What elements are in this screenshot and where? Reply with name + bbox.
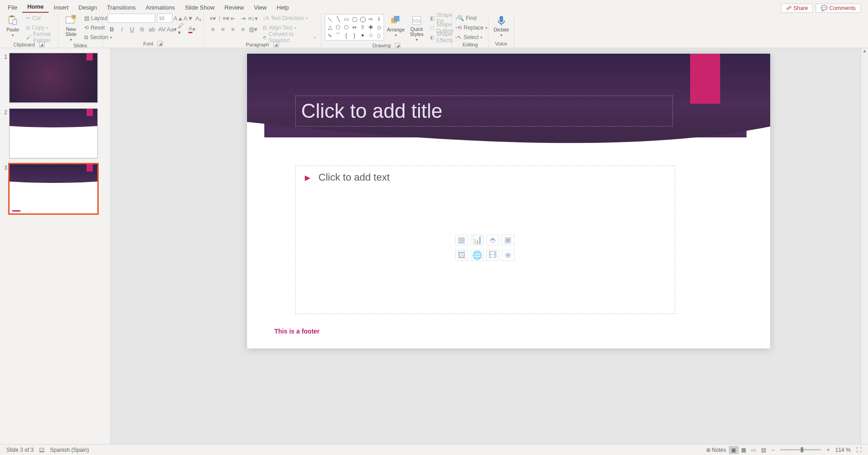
columns-button[interactable]: ▥▾ xyxy=(249,25,257,33)
shape-rect-icon[interactable]: ▭ xyxy=(343,15,350,23)
tab-review[interactable]: Review xyxy=(220,2,249,13)
tab-slideshow[interactable]: Slide Show xyxy=(180,2,219,13)
justify-button[interactable]: ≡ xyxy=(239,25,247,33)
insert-3d-icon[interactable]: ▣ xyxy=(502,234,515,245)
status-slide-number[interactable]: Slide 3 of 3 xyxy=(4,447,36,453)
convert-smartart-button[interactable]: ⬘Convert to SmartArt▾ xyxy=(261,33,317,41)
status-spellcheck[interactable]: 🕮 xyxy=(36,447,47,453)
zoom-level[interactable]: 114 % xyxy=(833,447,853,453)
increase-indent-button[interactable]: ⇥ xyxy=(239,14,247,22)
slideshow-view-button[interactable]: ▤ xyxy=(759,446,769,454)
highlight-button[interactable]: 🖊▾ xyxy=(178,25,186,33)
shape-line2-icon[interactable]: ╲ xyxy=(334,15,342,23)
shape-lrarrow-icon[interactable]: ⇔ xyxy=(351,24,358,31)
tab-animations[interactable]: Animations xyxy=(141,2,180,13)
shape-callout-icon[interactable]: ⬯ xyxy=(375,32,383,39)
find-button[interactable]: 🔍Find xyxy=(456,14,489,22)
slide-thumbnail-1[interactable] xyxy=(9,53,98,103)
status-language[interactable]: Spanish (Spain) xyxy=(47,447,91,453)
strike-button[interactable]: S xyxy=(138,25,146,33)
tab-design[interactable]: Design xyxy=(74,2,102,13)
shape-uarrow-icon[interactable]: ⇧ xyxy=(359,24,366,31)
slide[interactable]: Click to add title ▶ Click to add text ▦… xyxy=(247,54,770,349)
shape-star4-icon[interactable]: ✦ xyxy=(359,32,366,39)
select-button[interactable]: ↖Select▾ xyxy=(456,33,489,41)
increase-font-icon[interactable]: A▲ xyxy=(174,14,182,22)
tab-home[interactable]: Home xyxy=(22,1,49,13)
share-button[interactable]: ☍Share xyxy=(781,4,813,13)
slide-thumbnails-pane[interactable]: 1 2 3 xyxy=(0,48,111,444)
shape-tri-icon[interactable]: △ xyxy=(326,24,333,31)
clipboard-dialog-launcher[interactable]: ◢ xyxy=(39,42,45,47)
bullets-button[interactable]: ≡▾ xyxy=(209,14,217,22)
font-color-button[interactable]: A▾ xyxy=(188,25,196,33)
char-spacing-button[interactable]: AV xyxy=(158,25,166,33)
align-center-button[interactable]: ≡ xyxy=(219,25,227,33)
cut-button[interactable]: ✂Cut xyxy=(25,14,54,22)
drawing-dialog-launcher[interactable]: ◢ xyxy=(395,43,400,48)
shape-hex-icon[interactable]: ⬡ xyxy=(343,24,350,31)
arrange-button[interactable]: Arrange▾ xyxy=(387,14,405,38)
format-painter-button[interactable]: 🖌Format Painter xyxy=(25,33,54,41)
tab-insert[interactable]: Insert xyxy=(49,2,74,13)
font-size-input[interactable] xyxy=(157,14,172,23)
change-case-button[interactable]: Aa▾ xyxy=(168,25,176,33)
shadow-button[interactable]: ab xyxy=(148,25,156,33)
vertical-scrollbar[interactable]: ▲ xyxy=(861,48,868,444)
new-slide-button[interactable]: ✶ New Slide ▾ xyxy=(62,14,80,43)
shape-roundrect-icon[interactable]: ▢ xyxy=(351,15,358,23)
tab-view[interactable]: View xyxy=(249,2,272,13)
insert-video-icon[interactable]: 🎞 xyxy=(486,250,499,261)
zoom-slider[interactable] xyxy=(780,449,821,450)
bold-button[interactable]: B xyxy=(108,25,116,33)
shape-line-icon[interactable]: ＼ xyxy=(326,15,333,23)
insert-icon-icon[interactable]: ❀ xyxy=(502,250,515,261)
shape-rarrow-icon[interactable]: ⇨ xyxy=(367,15,374,23)
reading-view-button[interactable]: ▭ xyxy=(749,446,759,454)
scroll-up-icon[interactable]: ▲ xyxy=(861,48,868,53)
dictate-button[interactable]: Dictate▾ xyxy=(492,14,510,38)
shape-plus-icon[interactable]: ✚ xyxy=(367,24,374,31)
shape-brace-icon[interactable]: { xyxy=(343,32,350,39)
italic-button[interactable]: I xyxy=(118,25,126,33)
insert-picture-icon[interactable]: 🖼 xyxy=(455,250,468,261)
text-direction-button[interactable]: ↕AText Direction▾ xyxy=(261,14,317,22)
tab-transitions[interactable]: Transitions xyxy=(102,2,141,13)
clear-format-icon[interactable]: Aᵪ xyxy=(194,14,202,22)
shape-brace2-icon[interactable]: } xyxy=(351,32,358,39)
insert-table-icon[interactable]: ▦ xyxy=(455,234,468,245)
slide-thumbnail-2[interactable] xyxy=(9,108,98,158)
tab-file[interactable]: File xyxy=(3,2,22,13)
fit-to-window-button[interactable]: ⛶ xyxy=(853,447,864,453)
shapes-gallery[interactable]: ＼ ╲ ▭ ▢ ◯ ⇨ ⇩ △ ⬠ ⬡ ⇔ ⇧ ✚ ◇ ∿ ⌒ { } ✦ ☆ xyxy=(325,14,384,40)
insert-online-picture-icon[interactable]: 🌐 xyxy=(471,250,484,261)
sorter-view-button[interactable]: ▦ xyxy=(739,446,749,454)
content-placeholder[interactable]: ▶ Click to add text ▦ 📊 ⬘ ▣ 🖼 🌐 🎞 ❀ xyxy=(295,166,675,314)
replace-button[interactable]: ⟲Replace▾ xyxy=(456,24,489,32)
numbering-button[interactable]: ⋮≡▾ xyxy=(219,14,227,22)
paragraph-dialog-launcher[interactable]: ◢ xyxy=(273,42,279,47)
line-spacing-button[interactable]: ≡↕▾ xyxy=(249,14,257,22)
font-name-input[interactable] xyxy=(108,14,155,23)
comments-button[interactable]: 💬Comments xyxy=(816,4,861,13)
shape-darrow-icon[interactable]: ⇩ xyxy=(375,15,383,23)
shape-arc-icon[interactable]: ⌒ xyxy=(334,32,342,39)
align-left-button[interactable]: ≡ xyxy=(209,25,217,33)
tab-help[interactable]: Help xyxy=(272,2,294,13)
shape-curve-icon[interactable]: ∿ xyxy=(326,32,333,39)
underline-button[interactable]: U xyxy=(128,25,136,33)
slide-thumbnail-3[interactable] xyxy=(9,164,98,214)
slide-footer[interactable]: This is a footer xyxy=(274,328,320,335)
insert-smartart-icon[interactable]: ⬘ xyxy=(486,234,499,245)
title-placeholder[interactable]: Click to add title xyxy=(295,96,673,126)
shape-star5-icon[interactable]: ☆ xyxy=(367,32,374,39)
normal-view-button[interactable]: ▣ xyxy=(729,446,739,454)
font-dialog-launcher[interactable]: ◢ xyxy=(157,41,163,46)
paste-button[interactable]: Paste ▾ xyxy=(4,14,22,38)
quick-styles-button[interactable]: Abc Quick Styles▾ xyxy=(408,14,426,43)
shape-penta-icon[interactable]: ⬠ xyxy=(334,24,342,31)
shape-diamond-icon[interactable]: ◇ xyxy=(375,24,383,31)
zoom-in-button[interactable]: + xyxy=(824,447,833,453)
align-right-button[interactable]: ≡ xyxy=(229,25,237,33)
insert-chart-icon[interactable]: 📊 xyxy=(471,234,484,245)
